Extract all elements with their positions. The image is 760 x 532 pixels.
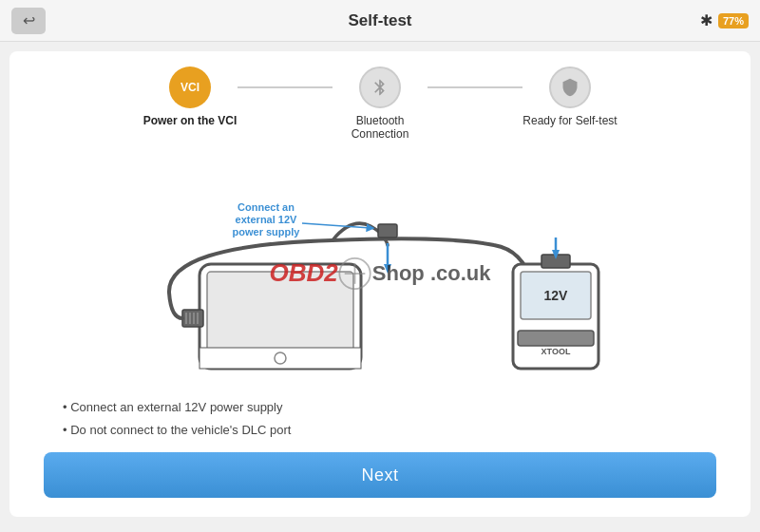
header-icons: ✱ 77% bbox=[700, 11, 749, 29]
step-circle-selftest bbox=[549, 66, 591, 108]
svg-rect-1 bbox=[207, 272, 353, 355]
svg-rect-2 bbox=[200, 348, 361, 369]
battery-indicator: 77% bbox=[718, 13, 749, 28]
bluetooth-icon: ✱ bbox=[700, 11, 712, 29]
svg-text:Connect an: Connect an bbox=[238, 201, 294, 213]
step-bluetooth: Bluetooth Connection bbox=[332, 66, 428, 141]
step-selftest: Ready for Self-test bbox=[522, 66, 618, 127]
svg-text:power supply: power supply bbox=[233, 226, 301, 238]
svg-marker-10 bbox=[384, 264, 391, 274]
step-circle-vci: VCI bbox=[169, 66, 211, 108]
svg-text:XTOOL: XTOOL bbox=[542, 347, 571, 356]
svg-text:12V: 12V bbox=[544, 288, 569, 303]
step-connector-2 bbox=[428, 86, 522, 88]
instruction-2: Do not connect to the vehicle's DLC port bbox=[63, 419, 697, 441]
back-button[interactable]: ↩ bbox=[11, 8, 46, 34]
svg-rect-4 bbox=[182, 310, 203, 327]
back-arrow-icon: ↩ bbox=[23, 11, 35, 29]
step-icon-vci: VCI bbox=[180, 81, 200, 94]
instructions-list: Connect an external 12V power supply Do … bbox=[63, 396, 697, 441]
main-card: VCI Power on the VCI Bluetooth Connectio… bbox=[10, 51, 750, 517]
svg-rect-20 bbox=[518, 331, 594, 346]
step-vci: VCI Power on the VCI bbox=[142, 66, 238, 127]
steps-progress: VCI Power on the VCI Bluetooth Connectio… bbox=[25, 66, 735, 141]
page-title: Self-test bbox=[348, 11, 411, 30]
step-connector-1 bbox=[238, 86, 332, 88]
svg-text:external 12V: external 12V bbox=[236, 214, 297, 225]
step-label-selftest: Ready for Self-test bbox=[522, 114, 618, 127]
diagram-area: Connect an external 12V power supply 12V… bbox=[25, 160, 735, 387]
step-label-vci: Power on the VCI bbox=[142, 114, 238, 127]
next-button[interactable]: Next bbox=[44, 452, 716, 498]
shield-step-icon bbox=[560, 78, 580, 97]
step-circle-bluetooth bbox=[359, 66, 401, 108]
header: ↩ Self-test ✱ 77% bbox=[0, 0, 760, 42]
svg-rect-11 bbox=[378, 224, 397, 238]
step-label-bluetooth: Bluetooth Connection bbox=[332, 114, 428, 141]
bluetooth-step-icon bbox=[370, 78, 390, 97]
connection-diagram: Connect an external 12V power supply 12V… bbox=[142, 169, 618, 378]
instruction-1: Connect an external 12V power supply bbox=[63, 396, 697, 418]
